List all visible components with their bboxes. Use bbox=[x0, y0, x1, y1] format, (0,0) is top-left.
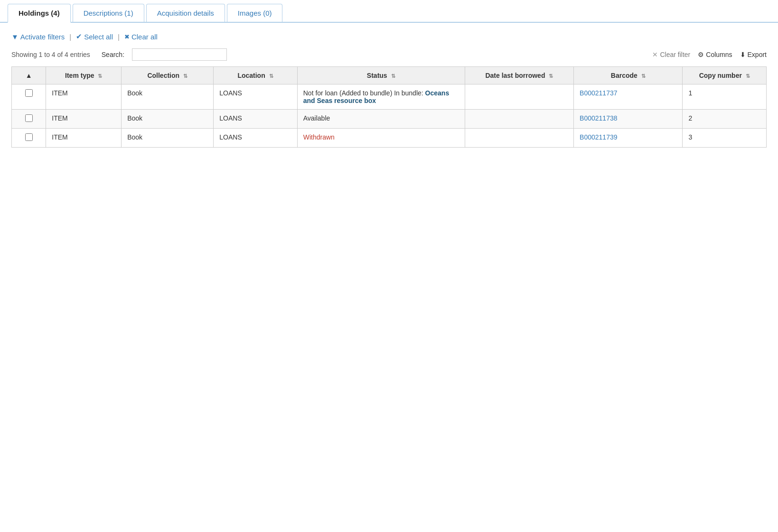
sort-icon-date: ⇅ bbox=[549, 73, 553, 79]
row-item-type: ITEM bbox=[46, 129, 122, 148]
barcode-link[interactable]: B000211738 bbox=[580, 114, 617, 122]
barcode-link[interactable]: B000211737 bbox=[580, 89, 617, 97]
sort-icon-status: ⇅ bbox=[391, 73, 395, 79]
gear-icon: ⚙ bbox=[698, 51, 704, 58]
tabs-container: Holdings (4) Descriptions (1) Acquisitio… bbox=[0, 0, 778, 23]
row-location: LOANS bbox=[214, 84, 297, 110]
export-label: Export bbox=[748, 51, 767, 58]
row-checkbox[interactable] bbox=[25, 89, 33, 97]
export-icon: ⬇ bbox=[740, 51, 746, 58]
clear-filter-button[interactable]: ✕ Clear filter bbox=[652, 51, 690, 58]
row-location: LOANS bbox=[214, 129, 297, 148]
row-barcode: B000211739 bbox=[574, 129, 683, 148]
table-row: ITEMBookLOANSWithdrawnB0002117393 bbox=[12, 129, 767, 148]
holdings-table: ▲ Item type ⇅ Collection ⇅ Location ⇅ St… bbox=[11, 66, 767, 148]
th-barcode[interactable]: Barcode ⇅ bbox=[574, 67, 683, 84]
row-barcode: B000211738 bbox=[574, 110, 683, 129]
row-status: Available bbox=[297, 110, 465, 129]
th-copy-number[interactable]: Copy number ⇅ bbox=[683, 67, 767, 84]
tab-images[interactable]: Images (0) bbox=[227, 4, 283, 22]
clear-filter-label: Clear filter bbox=[660, 51, 690, 58]
th-item-type[interactable]: Item type ⇅ bbox=[46, 67, 122, 84]
filter-bar: ▼ Activate filters | ✔ Select all | ✖ Cl… bbox=[11, 32, 767, 41]
bundle-link[interactable]: Oceans and Seas resource box bbox=[303, 89, 449, 104]
table-row: ITEMBookLOANSAvailableB0002117382 bbox=[12, 110, 767, 129]
row-collection: Book bbox=[122, 110, 214, 129]
th-collection[interactable]: Collection ⇅ bbox=[122, 67, 214, 84]
row-copy-number: 3 bbox=[683, 129, 767, 148]
row-date-last-borrowed bbox=[465, 129, 573, 148]
row-date-last-borrowed bbox=[465, 84, 573, 110]
sort-icon-location: ⇅ bbox=[269, 73, 273, 79]
row-status: Withdrawn bbox=[297, 129, 465, 148]
toolbar-right: ✕ Clear filter ⚙ Columns ⬇ Export bbox=[652, 51, 767, 58]
export-button[interactable]: ⬇ Export bbox=[740, 51, 767, 58]
sort-icon-barcode: ⇅ bbox=[641, 73, 646, 79]
clear-all-link[interactable]: ✖ Clear all bbox=[124, 33, 158, 41]
row-date-last-borrowed bbox=[465, 110, 573, 129]
sep-2: | bbox=[118, 33, 120, 41]
tab-acquisition[interactable]: Acquisition details bbox=[146, 4, 225, 22]
th-location[interactable]: Location ⇅ bbox=[214, 67, 297, 84]
row-checkbox-cell bbox=[12, 110, 46, 129]
sep-1: | bbox=[69, 33, 71, 41]
row-checkbox-cell bbox=[12, 129, 46, 148]
row-checkbox[interactable] bbox=[25, 133, 33, 141]
clear-filter-x-icon: ✕ bbox=[652, 51, 658, 58]
row-checkbox[interactable] bbox=[25, 114, 33, 122]
search-input[interactable] bbox=[132, 48, 227, 61]
row-item-type: ITEM bbox=[46, 110, 122, 129]
select-all-label: Select all bbox=[84, 33, 113, 41]
search-label: Search: bbox=[102, 51, 124, 58]
row-copy-number: 2 bbox=[683, 110, 767, 129]
clear-all-label: Clear all bbox=[131, 33, 158, 41]
sort-icon-collection: ⇅ bbox=[183, 73, 187, 79]
table-row: ITEMBookLOANSNot for loan (Added to bund… bbox=[12, 84, 767, 110]
row-status: Not for loan (Added to bundle) In bundle… bbox=[297, 84, 465, 110]
row-checkbox-cell bbox=[12, 84, 46, 110]
row-collection: Book bbox=[122, 129, 214, 148]
main-content: ▼ Activate filters | ✔ Select all | ✖ Cl… bbox=[0, 23, 778, 157]
th-date-last-borrowed[interactable]: Date last borrowed ⇅ bbox=[465, 67, 573, 84]
row-location: LOANS bbox=[214, 110, 297, 129]
barcode-link[interactable]: B000211739 bbox=[580, 133, 617, 141]
tab-descriptions[interactable]: Descriptions (1) bbox=[73, 4, 144, 22]
th-checkbox: ▲ bbox=[12, 67, 46, 84]
th-status[interactable]: Status ⇅ bbox=[297, 67, 465, 84]
showing-text: Showing 1 to 4 of 4 entries bbox=[11, 51, 90, 58]
select-all-link[interactable]: ✔ Select all bbox=[76, 32, 113, 41]
row-barcode: B000211737 bbox=[574, 84, 683, 110]
row-copy-number: 1 bbox=[683, 84, 767, 110]
tab-holdings[interactable]: Holdings (4) bbox=[8, 4, 71, 23]
status-withdrawn: Withdrawn bbox=[303, 133, 335, 141]
columns-label: Columns bbox=[706, 51, 732, 58]
sort-icon-item-type: ⇅ bbox=[98, 73, 102, 79]
toolbar: Showing 1 to 4 of 4 entries Search: ✕ Cl… bbox=[11, 48, 767, 61]
sort-asc-icon: ▲ bbox=[26, 72, 32, 79]
check-icon: ✔ bbox=[76, 32, 82, 41]
activate-filters-label: Activate filters bbox=[20, 33, 65, 41]
sort-icon-copy: ⇅ bbox=[746, 73, 750, 79]
x-icon: ✖ bbox=[124, 33, 130, 40]
columns-button[interactable]: ⚙ Columns bbox=[698, 51, 732, 58]
row-collection: Book bbox=[122, 84, 214, 110]
row-item-type: ITEM bbox=[46, 84, 122, 110]
activate-filters-link[interactable]: ▼ Activate filters bbox=[11, 33, 65, 41]
filter-icon: ▼ bbox=[11, 33, 19, 41]
table-header-row: ▲ Item type ⇅ Collection ⇅ Location ⇅ St… bbox=[12, 67, 767, 84]
